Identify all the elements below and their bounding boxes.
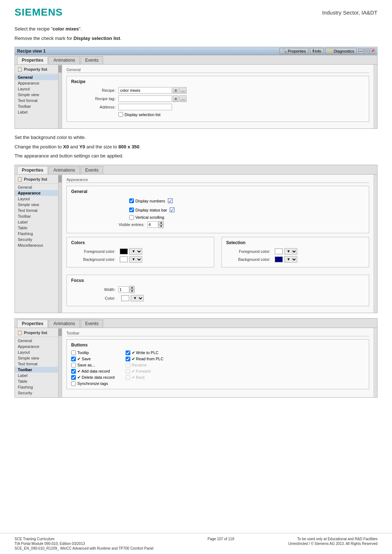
industry-label: Industry Sector, IA&DT <box>322 9 377 16</box>
sidebar-item-textformat-3[interactable]: Text format <box>15 361 58 367</box>
sidebar-item-simpleview-2[interactable]: Simple view <box>15 202 58 208</box>
saveas-checkbox[interactable] <box>71 363 76 368</box>
sidebar-item-toolbar-2[interactable]: Toolbar <box>15 213 58 219</box>
sel-bg-color-select[interactable]: ▼ <box>284 256 297 263</box>
sidebar-item-appearance-3[interactable]: Appearance <box>15 344 58 349</box>
diag-icon: ⚡ <box>328 49 333 53</box>
tab-properties-1[interactable]: Properties <box>17 56 48 64</box>
display-selection-row: Display selection list <box>118 112 364 117</box>
sidebar-item-flashing-2[interactable]: Flashing <box>15 231 58 237</box>
fg-color-select[interactable]: ▼ <box>129 248 142 255</box>
pin-btn[interactable]: 📌 <box>370 49 375 54</box>
panel3-right-scroll[interactable] <box>373 328 377 397</box>
sidebar-item-textformat-1[interactable]: Text format <box>15 98 58 103</box>
recipe-input[interactable] <box>118 87 172 94</box>
panel2-sidebar-container: 📋 Property list General Appearance Layou… <box>15 175 62 313</box>
delrec-checkbox[interactable] <box>71 375 76 380</box>
sidebar-item-flashing-3[interactable]: Flashing <box>15 384 58 390</box>
recipe-btn-2[interactable]: ... <box>179 87 186 94</box>
sidebar-item-appearance-1[interactable]: Appearance <box>15 80 58 86</box>
visible-entries-spinner[interactable]: ▲ ▼ <box>159 221 164 228</box>
panel3-tab-bar: Properties Animations Events <box>15 319 377 328</box>
addrec-checkbox[interactable] <box>71 369 76 374</box>
vertical-scroll-checkbox[interactable] <box>129 215 134 220</box>
sidebar-item-layout-2[interactable]: Layout <box>15 196 58 202</box>
recipe-btn-1[interactable]: ≡ <box>173 87 179 94</box>
sidebar-item-simpleview-3[interactable]: Simple view <box>15 355 58 361</box>
recipe-tag-input[interactable] <box>118 95 172 102</box>
panel3-main: Toolbar Buttons Tooltip ✔ Save <box>62 328 373 397</box>
sidebar-item-misc-2[interactable]: Miscellaneous <box>15 242 58 248</box>
spinner-down[interactable]: ▼ <box>159 225 164 228</box>
sidebar-item-label-1[interactable]: Label <box>15 109 58 115</box>
panel1-right-scroll[interactable] <box>373 65 377 128</box>
sidebar-item-table-2[interactable]: Table <box>15 225 58 231</box>
recipe-tag-btn-1[interactable]: ≡ <box>173 95 179 102</box>
sidebar-item-textformat-2[interactable]: Text format <box>15 208 58 213</box>
back-checkbox[interactable] <box>126 375 130 380</box>
panel2-right-scroll[interactable] <box>373 175 377 313</box>
focus-title: Focus <box>71 278 364 283</box>
forward-checkbox[interactable] <box>126 369 130 374</box>
tooltip-checkbox[interactable] <box>71 350 76 355</box>
sidebar-item-general-3[interactable]: General <box>15 338 58 344</box>
display-status-checkbox[interactable] <box>129 208 134 212</box>
display-selection-checkbox[interactable] <box>118 112 123 117</box>
writetoplc-checkbox[interactable] <box>126 350 130 355</box>
panel3-section-title: Toolbar <box>66 331 369 336</box>
spinner-up[interactable]: ▲ <box>159 221 164 225</box>
property-list-label-2: Property list <box>24 177 47 181</box>
focus-width-label: Width: <box>89 287 118 292</box>
sidebar-item-label-2[interactable]: Label <box>15 219 58 225</box>
sidebar-item-layout-3[interactable]: Layout <box>15 349 58 355</box>
bg-color-select[interactable]: ▼ <box>129 256 142 263</box>
sidebar-item-general-1[interactable]: General <box>15 74 58 80</box>
sel-fg-color-label: Foreground color: <box>226 249 273 254</box>
rename-checkbox[interactable] <box>126 363 130 368</box>
panel2-sidebar-scroll[interactable] <box>58 175 62 313</box>
synctags-checkbox[interactable] <box>71 381 76 386</box>
sidebar-item-simpleview-1[interactable]: Simple view <box>15 92 58 98</box>
tab-events-1[interactable]: Events <box>81 56 103 64</box>
restore-btn[interactable]: □ <box>364 49 369 54</box>
tab-events-3[interactable]: Events <box>81 320 103 328</box>
sidebar-item-table-3[interactable]: Table <box>15 378 58 384</box>
tab-events-2[interactable]: Events <box>81 166 103 174</box>
focus-width-spinner[interactable]: ▲ ▼ <box>130 286 135 293</box>
focus-width-input[interactable] <box>118 286 129 293</box>
sidebar-item-toolbar-1[interactable]: Toolbar <box>15 103 58 109</box>
properties-tab-btn[interactable]: 🔍 Properties <box>279 48 309 54</box>
instruction-4: Change the position to X0 and Y0 and the… <box>15 143 377 151</box>
panel3-sidebar-scroll[interactable] <box>58 328 62 397</box>
focus-spinner-up[interactable]: ▲ <box>130 286 135 290</box>
save-checkbox[interactable] <box>71 357 76 361</box>
info-tab-btn[interactable]: ℹ Info <box>310 48 324 54</box>
sidebar-item-label-3[interactable]: Label <box>15 373 58 378</box>
address-input[interactable] <box>118 104 172 110</box>
sel-fg-color-select[interactable]: ▼ <box>284 248 297 255</box>
sidebar-item-general-2[interactable]: General <box>15 184 58 190</box>
minimize-btn[interactable]: — <box>358 49 363 54</box>
diag-tab-btn[interactable]: ⚡ Diagnostics <box>325 48 357 54</box>
display-numbers-checkbox[interactable] <box>129 198 134 203</box>
panel1-body: 📋 Property list General Appearance Layou… <box>15 65 377 128</box>
tab-animations-3[interactable]: Animations <box>49 320 79 328</box>
focus-color-select[interactable]: ▼ <box>131 295 144 301</box>
tab-properties-2[interactable]: Properties <box>17 166 48 174</box>
vertical-scroll-label: Vertical scrolling <box>135 215 164 219</box>
tab-animations-1[interactable]: Animations <box>49 56 79 64</box>
visible-entries-input[interactable] <box>147 221 158 228</box>
tab-properties-3[interactable]: Properties <box>17 320 48 328</box>
recipe-tag-btn-2[interactable]: ... <box>179 95 186 102</box>
footer-center: Page 107 of 118 <box>208 537 234 550</box>
sidebar-item-toolbar-3[interactable]: Toolbar <box>15 367 58 373</box>
sidebar-item-appearance-2[interactable]: Appearance <box>15 190 58 196</box>
sidebar-item-layout-1[interactable]: Layout <box>15 86 58 92</box>
readfromplc-checkbox[interactable] <box>126 357 130 361</box>
panel1-sidebar-scroll[interactable] <box>58 65 62 128</box>
focus-spinner-down[interactable]: ▼ <box>130 290 135 293</box>
footer-page: Page 107 of 118 <box>208 537 234 541</box>
tab-animations-2[interactable]: Animations <box>49 166 79 174</box>
sidebar-item-security-3[interactable]: Security <box>15 390 58 396</box>
sidebar-item-security-2[interactable]: Security <box>15 237 58 242</box>
